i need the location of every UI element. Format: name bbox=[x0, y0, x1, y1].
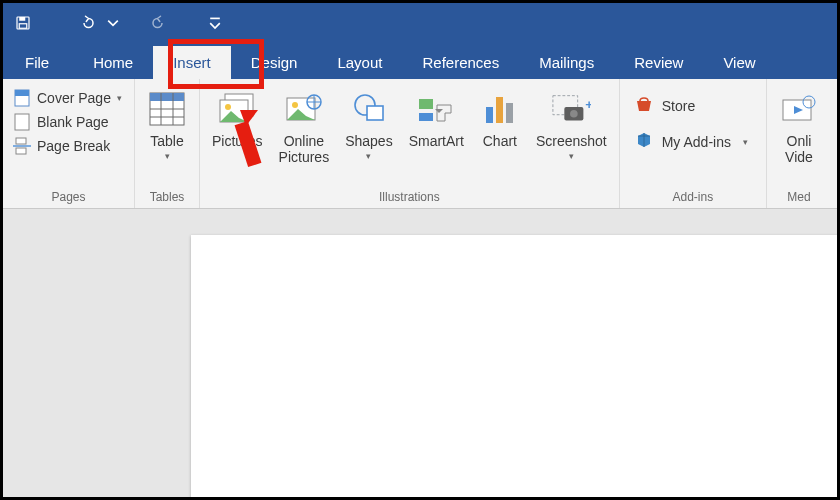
chevron-down-icon: ▾ bbox=[569, 151, 574, 161]
group-pages: Cover Page ▾ Blank Page bbox=[3, 79, 135, 208]
cover-page-label: Cover Page bbox=[37, 90, 111, 106]
svg-rect-29 bbox=[496, 97, 503, 123]
store-button[interactable]: Store bbox=[628, 91, 754, 120]
online-pictures-icon bbox=[284, 89, 324, 129]
svg-point-18 bbox=[225, 104, 231, 110]
svg-rect-11 bbox=[150, 93, 184, 101]
tab-references[interactable]: References bbox=[402, 46, 519, 79]
my-addins-label: My Add-ins bbox=[662, 134, 731, 150]
online-pictures-label-l2: Pictures bbox=[279, 149, 330, 165]
svg-rect-2 bbox=[19, 24, 27, 29]
svg-rect-6 bbox=[15, 114, 29, 130]
undo-dropdown-icon[interactable] bbox=[107, 9, 119, 37]
group-illustrations: Pictures Online Pictures bbox=[200, 79, 620, 208]
page-break-label: Page Break bbox=[37, 138, 110, 154]
chevron-down-icon: ▾ bbox=[117, 93, 122, 103]
table-label: Table bbox=[150, 133, 183, 149]
group-media-label: Med bbox=[773, 188, 825, 208]
pictures-icon bbox=[217, 89, 257, 129]
online-pictures-button[interactable]: Online Pictures bbox=[273, 85, 336, 165]
svg-rect-8 bbox=[16, 148, 26, 154]
tab-mailings[interactable]: Mailings bbox=[519, 46, 614, 79]
svg-rect-25 bbox=[367, 106, 383, 120]
online-video-label-l2: Vide bbox=[785, 149, 813, 165]
table-icon bbox=[147, 89, 187, 129]
table-button[interactable]: Table ▾ bbox=[141, 85, 193, 161]
cover-page-button[interactable]: Cover Page ▾ bbox=[9, 87, 126, 109]
undo-icon[interactable] bbox=[73, 9, 101, 37]
tab-home[interactable]: Home bbox=[73, 46, 153, 79]
blank-page-icon bbox=[13, 113, 31, 131]
group-media: Onli Vide Med bbox=[767, 79, 831, 208]
svg-point-20 bbox=[292, 102, 298, 108]
svg-rect-7 bbox=[16, 138, 26, 144]
svg-rect-26 bbox=[419, 99, 433, 109]
chart-label: Chart bbox=[483, 133, 517, 149]
tab-layout[interactable]: Layout bbox=[317, 46, 402, 79]
ribbon: Cover Page ▾ Blank Page bbox=[3, 79, 837, 209]
svg-rect-30 bbox=[506, 103, 513, 123]
svg-point-33 bbox=[570, 110, 578, 118]
save-icon[interactable] bbox=[9, 9, 37, 37]
my-addins-button[interactable]: My Add-ins ▾ bbox=[628, 126, 754, 157]
store-label: Store bbox=[662, 98, 695, 114]
redo-icon[interactable] bbox=[145, 9, 173, 37]
group-addins: Store My Add-ins ▾ Add-ins bbox=[620, 79, 767, 208]
svg-rect-27 bbox=[419, 113, 433, 121]
pictures-button[interactable]: Pictures bbox=[206, 85, 269, 149]
group-addins-label: Add-ins bbox=[626, 188, 760, 208]
tab-file[interactable]: File bbox=[11, 46, 73, 79]
addins-icon bbox=[634, 130, 654, 153]
chevron-down-icon: ▾ bbox=[743, 137, 748, 147]
qat-customize-icon[interactable] bbox=[209, 9, 221, 37]
svg-rect-1 bbox=[19, 17, 25, 21]
online-pictures-label-l1: Online bbox=[284, 133, 324, 149]
shapes-icon bbox=[349, 89, 389, 129]
tab-review[interactable]: Review bbox=[614, 46, 703, 79]
shapes-button[interactable]: Shapes ▾ bbox=[339, 85, 398, 161]
pictures-label: Pictures bbox=[212, 133, 263, 149]
tab-design[interactable]: Design bbox=[231, 46, 318, 79]
screenshot-icon: + bbox=[551, 89, 591, 129]
cover-page-icon bbox=[13, 89, 31, 107]
svg-text:+: + bbox=[586, 97, 592, 112]
chevron-down-icon: ▾ bbox=[165, 151, 170, 161]
chart-icon bbox=[480, 89, 520, 129]
tab-view[interactable]: View bbox=[703, 46, 775, 79]
smartart-button[interactable]: SmartArt bbox=[403, 85, 470, 149]
screenshot-label: Screenshot bbox=[536, 133, 607, 149]
group-tables: Table ▾ Tables bbox=[135, 79, 200, 208]
svg-rect-28 bbox=[486, 107, 493, 123]
online-video-label-l1: Onli bbox=[787, 133, 812, 149]
smartart-icon bbox=[416, 89, 456, 129]
smartart-label: SmartArt bbox=[409, 133, 464, 149]
ribbon-tabstrip: File Home Insert Design Layout Reference… bbox=[3, 43, 837, 79]
chart-button[interactable]: Chart bbox=[474, 85, 526, 149]
document-area bbox=[3, 209, 837, 497]
online-video-icon bbox=[779, 89, 819, 129]
tab-insert[interactable]: Insert bbox=[153, 46, 231, 79]
title-bar bbox=[3, 3, 837, 43]
blank-page-label: Blank Page bbox=[37, 114, 109, 130]
store-icon bbox=[634, 95, 654, 116]
group-illustrations-label: Illustrations bbox=[206, 188, 613, 208]
svg-rect-5 bbox=[15, 90, 29, 96]
page-break-icon bbox=[13, 137, 31, 155]
page-break-button[interactable]: Page Break bbox=[9, 135, 126, 157]
blank-page-button[interactable]: Blank Page bbox=[9, 111, 126, 133]
online-video-button[interactable]: Onli Vide bbox=[773, 85, 825, 165]
word-window: File Home Insert Design Layout Reference… bbox=[0, 0, 840, 500]
document-page[interactable] bbox=[191, 235, 837, 497]
group-tables-label: Tables bbox=[141, 188, 193, 208]
chevron-down-icon: ▾ bbox=[366, 151, 371, 161]
shapes-label: Shapes bbox=[345, 133, 392, 149]
group-pages-label: Pages bbox=[9, 188, 128, 208]
screenshot-button[interactable]: + Screenshot ▾ bbox=[530, 85, 613, 161]
